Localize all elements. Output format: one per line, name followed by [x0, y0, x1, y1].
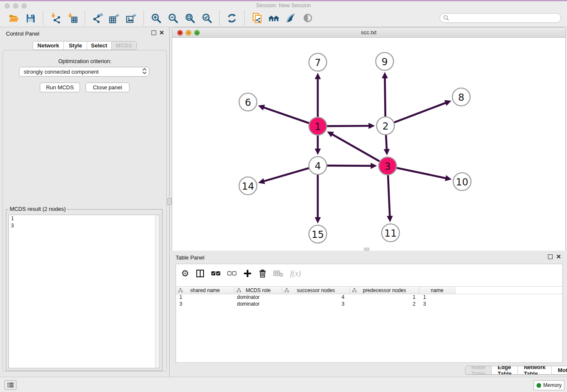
zoom-fit-icon[interactable] [184, 12, 196, 25]
column-header-mcds-role[interactable]: MCDS role [234, 287, 282, 294]
graph-edge[interactable] [396, 168, 451, 181]
tab-network-table[interactable]: Network Table [518, 366, 552, 374]
zoom-out-icon[interactable] [167, 12, 179, 25]
cell-shared-name[interactable]: 1 [176, 294, 234, 301]
tab-network[interactable]: Network [33, 41, 64, 50]
table-row[interactable]: 3 dominator 3 2 3 [176, 301, 562, 308]
graph-edge[interactable] [394, 100, 451, 122]
graph-node[interactable]: 6 [239, 93, 257, 111]
export-network-icon[interactable] [91, 12, 104, 25]
run-mcds-button[interactable]: Run MCDS [40, 83, 80, 92]
column-header-name[interactable]: name [419, 287, 455, 294]
memory-label: Memory [543, 382, 561, 388]
graph-node[interactable]: 14 [239, 177, 257, 195]
column-type-icon [237, 288, 241, 294]
column-header-successor-nodes[interactable]: successor nodes [282, 287, 350, 294]
cell-shared-name[interactable]: 3 [176, 301, 234, 308]
delete-table-icon[interactable] [273, 270, 284, 277]
network-canvas[interactable]: 7968124314101511 [172, 38, 565, 251]
zoom-in-icon[interactable] [150, 12, 162, 25]
network-window-titlebar[interactable]: ✕ − ＋ scc.txt [172, 28, 565, 38]
graph-edge[interactable] [327, 163, 377, 169]
close-panel-icon[interactable]: ✕ [159, 30, 164, 35]
deselect-all-icon[interactable] [227, 271, 237, 276]
graph-node[interactable]: 9 [376, 52, 394, 70]
zoom-selected-icon[interactable] [201, 12, 213, 25]
cell-predecessor-nodes[interactable]: 1 [350, 294, 419, 301]
cell-mcds-role[interactable]: dominator [234, 294, 282, 301]
import-table-icon[interactable] [66, 12, 79, 25]
import-network-icon[interactable] [49, 12, 62, 25]
node-table: shared name MCDS role successor nodes pr… [176, 286, 562, 308]
cell-successor-nodes[interactable]: 3 [282, 301, 350, 308]
show-panels-button[interactable] [4, 380, 17, 390]
column-header-predecessor-nodes[interactable]: predecessor nodes [350, 287, 419, 294]
optimization-criterion-select[interactable]: strongly connected component [19, 67, 149, 77]
search-field[interactable] [440, 13, 561, 23]
svg-text:7: 7 [315, 57, 321, 68]
cell-name[interactable]: 1 [419, 294, 455, 301]
graph-edge[interactable] [384, 135, 390, 155]
select-all-icon[interactable] [211, 271, 220, 276]
graph-node[interactable]: 11 [382, 224, 399, 242]
svg-text:14: 14 [242, 181, 254, 192]
tab-node-table[interactable]: Node Table [465, 366, 492, 374]
float-table-panel-icon[interactable] [548, 254, 553, 259]
graph-edge[interactable] [387, 175, 393, 222]
cell-successor-nodes[interactable]: 4 [282, 294, 350, 301]
table-panel-title: Table Panel [176, 254, 204, 261]
tab-select[interactable]: Select [87, 41, 112, 50]
add-column-icon[interactable] [243, 269, 252, 278]
graph-edge[interactable] [258, 168, 309, 184]
toolbar-separator [85, 11, 85, 25]
tab-edge-table[interactable]: Edge Table [492, 366, 518, 374]
tab-motifs[interactable]: Motifs [552, 366, 567, 374]
result-scrollbar[interactable] [155, 215, 160, 368]
graph-edge[interactable] [315, 175, 321, 224]
graph-node[interactable]: 4 [309, 157, 327, 174]
export-image-icon[interactable] [125, 12, 138, 25]
export-table-icon[interactable] [108, 12, 121, 25]
refresh-icon[interactable] [226, 12, 238, 25]
cell-predecessor-nodes[interactable]: 2 [350, 301, 419, 308]
save-session-icon[interactable] [24, 12, 37, 25]
close-panel-button[interactable]: Close panel [85, 83, 129, 92]
graph-node[interactable]: 15 [309, 225, 327, 243]
tab-style[interactable]: Style [64, 41, 87, 50]
clone-network-icon[interactable] [250, 12, 263, 25]
cell-name[interactable]: 3 [419, 301, 455, 308]
table-row[interactable]: 1 dominator 4 1 1 [176, 294, 562, 301]
open-session-icon[interactable] [7, 12, 20, 25]
mcds-result-list[interactable]: 1 3 [8, 215, 160, 368]
graph-node[interactable]: 1 [309, 117, 327, 135]
column-view-icon[interactable] [196, 269, 204, 278]
graph-edge[interactable] [327, 123, 375, 129]
eye-icon[interactable] [301, 12, 314, 25]
memory-button[interactable]: Memory [534, 380, 564, 390]
graph-edge[interactable] [315, 73, 321, 117]
function-icon[interactable]: f(x) [290, 269, 301, 278]
graph-node[interactable]: 7 [309, 53, 327, 71]
hide-graphics-details-icon[interactable] [284, 12, 297, 25]
close-table-panel-icon[interactable]: ✕ [556, 254, 561, 259]
float-panel-icon[interactable] [151, 30, 156, 35]
graph-edge[interactable] [382, 72, 388, 117]
graph-edge[interactable] [315, 135, 321, 155]
gear-icon[interactable]: ⚙ [181, 268, 189, 279]
panel-divider-handle[interactable] [167, 198, 172, 205]
column-header-shared-name[interactable]: shared name [176, 287, 234, 294]
graph-node[interactable]: 8 [452, 88, 470, 106]
graph-node[interactable]: 3 [379, 157, 396, 175]
graph-node[interactable]: 10 [453, 173, 471, 190]
graph-edge[interactable] [327, 131, 380, 161]
cell-mcds-role[interactable]: dominator [234, 301, 282, 308]
search-input[interactable] [449, 14, 561, 22]
delete-column-icon[interactable] [259, 269, 267, 278]
houses-icon[interactable] [267, 12, 280, 25]
graph-edge[interactable] [258, 105, 309, 123]
graph-node[interactable]: 2 [377, 117, 394, 135]
svg-text:9: 9 [382, 56, 388, 67]
table-panel-content: ⚙ f(x) s [176, 264, 563, 363]
tab-mcds[interactable]: MCDS [112, 41, 137, 50]
table-divider-handle[interactable] [364, 248, 369, 251]
